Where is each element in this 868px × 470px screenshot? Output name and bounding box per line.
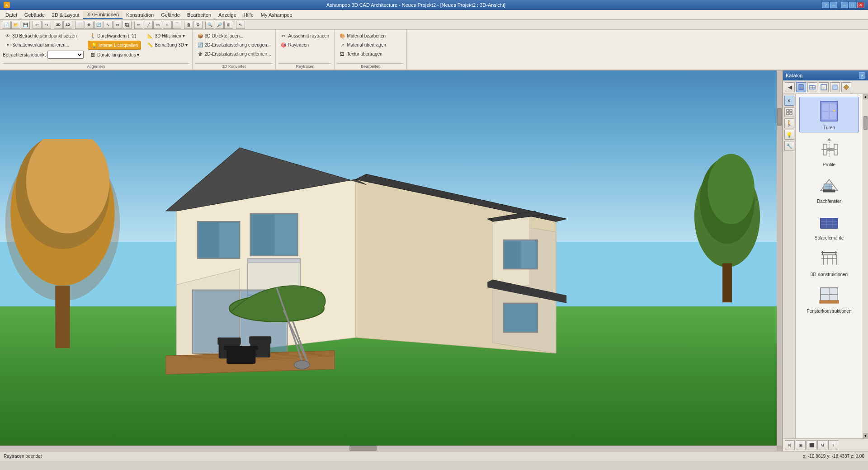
catalog-scrollbar[interactable]: ▲ ▼ <box>863 94 868 438</box>
catalog-close-btn[interactable]: ✕ <box>859 72 865 79</box>
tb-delete[interactable]: 🗑 <box>184 21 193 29</box>
btn-3dobjekte-laden[interactable]: 📦 3D Objekte laden... <box>195 32 273 40</box>
side-btn-light[interactable]: 💡 <box>784 130 794 140</box>
tb-3d[interactable]: 3D <box>63 21 72 29</box>
catalog-item-tueren[interactable]: Türen <box>799 97 859 132</box>
cat-bottom-btn1[interactable]: K <box>785 440 795 450</box>
ribbon: 👁 3D Betrachterstandpunkt setzen ☀ Schat… <box>0 30 868 70</box>
cat-bottom-btn5[interactable]: T <box>828 440 838 450</box>
tb-mirror[interactable]: ⇔ <box>113 21 122 29</box>
btn-2d-ersatz-erzeugen[interactable]: 🔄 2D-Ersatzdarstellung erzeugen... <box>195 41 273 49</box>
catalog-item-solarelemente[interactable]: Solarelemente <box>799 207 859 242</box>
maximize-btn[interactable]: □ <box>849 2 856 8</box>
status-coords: x: -10.9619 y: -18.4337 z: 0.00 <box>803 454 864 459</box>
catalog-item-fensterkonstruktionen[interactable]: Fensterkonstruktionen <box>799 281 859 315</box>
side-btn-grid[interactable] <box>784 107 794 117</box>
tb-circle[interactable]: ○ <box>163 21 172 29</box>
tb-redo[interactable]: ↪ <box>42 21 51 29</box>
h-scrollbar[interactable] <box>0 446 777 451</box>
btn-darstellungsmodus[interactable]: 🖼 Darstellungsmodus ▾ <box>88 51 141 59</box>
menu-anzeige[interactable]: Anzeige <box>215 11 240 19</box>
ribbon-group-3dkonverter: 📦 3D Objekte laden... 🔄 2D-Ersatzdarstel… <box>193 30 276 70</box>
tb-line[interactable]: ╱ <box>144 21 153 29</box>
tb-properties[interactable]: ⚙ <box>193 21 203 29</box>
tb-save[interactable]: 💾 <box>21 21 30 29</box>
v-scrollbar-thumb[interactable] <box>777 108 782 126</box>
tb-scale[interactable]: ⤡ <box>104 21 113 29</box>
minimize-btn[interactable]: ─ <box>841 2 848 8</box>
cat-cat5-btn[interactable] <box>841 82 851 92</box>
btn-ausschnitt-raytracen[interactable]: ✂ Ausschnitt raytracen <box>278 32 331 40</box>
tb-open[interactable]: 📂 <box>11 21 20 29</box>
h-scrollbar-thumb[interactable] <box>349 446 377 451</box>
btn-textur-uebertragen[interactable]: 🖼 Textur übertragen <box>337 50 388 58</box>
btn-interne-lichtquellen[interactable]: 💡 Interne Lichtquellen <box>88 41 141 50</box>
menu-gelaende[interactable]: Gelände <box>157 11 184 19</box>
cat-bottom-btn4[interactable]: M <box>817 440 827 450</box>
catalog-scroll-up[interactable]: ▲ <box>863 94 868 99</box>
catalog-scroll-down[interactable]: ▼ <box>863 433 868 438</box>
cat-windows-btn[interactable] <box>807 82 817 92</box>
tb-draw[interactable]: ✏ <box>134 21 143 29</box>
tb-2d[interactable]: 2D <box>54 21 63 29</box>
btn-betrachterstandpunkt-setzen[interactable]: 👁 3D Betrachterstandpunkt setzen <box>3 32 84 40</box>
menu-myashampoo[interactable]: My Ashampoo <box>257 11 296 19</box>
tb-cursor[interactable]: ↖ <box>236 21 245 29</box>
catalog-item-dachfenster[interactable]: Dachfenster <box>799 171 859 206</box>
betrachterstandpunkt-select[interactable] <box>47 51 84 59</box>
tb-move[interactable]: ✥ <box>85 21 94 29</box>
2d-ersatz-entfernen-icon: 🗑 <box>197 51 203 57</box>
tb-zoom-all[interactable]: ⊞ <box>224 21 233 29</box>
betrachterstandpunkt-label: 3D Betrachterstandpunkt setzen <box>12 33 77 38</box>
btn-bemasssung-3d[interactable]: 📏 Bemaßung 3D ▾ <box>145 41 189 49</box>
menu-3dfunktionen[interactable]: 3D Funktionen <box>83 11 123 19</box>
3dobjekte-label: 3D Objekte laden... <box>205 33 244 38</box>
tb-rect[interactable]: ▭ <box>153 21 162 29</box>
viewport[interactable] <box>0 70 782 451</box>
ribbon-group-raytracen-content: ✂ Ausschnitt raytracen 🎯 Raytracen <box>278 32 331 62</box>
tb-zoom-in[interactable]: 🔍 <box>205 21 214 29</box>
minimize-ribbon-btn[interactable]: ─ <box>830 2 837 8</box>
tb-new[interactable]: 📄 <box>2 21 11 29</box>
cat-doors-btn[interactable] <box>796 82 806 92</box>
tb-rotate[interactable]: 🔄 <box>94 21 103 29</box>
side-btn-tools[interactable]: 🔧 <box>784 141 794 151</box>
btn-durchwandern[interactable]: 🚶 Durchwandern (F2) <box>88 32 141 40</box>
tb-zoom-out[interactable]: 🔎 <box>215 21 224 29</box>
btn-raytracen[interactable]: 🎯 Raytracen <box>278 41 331 49</box>
side-btn-k[interactable]: K <box>784 96 794 106</box>
btn-schattenverlauf[interactable]: ☀ Schattenverlauf simulieren... <box>3 41 84 49</box>
tb-select[interactable]: ⬜ <box>75 21 84 29</box>
menu-hilfe[interactable]: Hilfe <box>240 11 257 19</box>
side-btn-person[interactable]: 🚶 <box>784 118 794 128</box>
tb-arc[interactable]: ⌒ <box>172 21 181 29</box>
btn-hilfslinien-3d[interactable]: 📐 3D Hilfslinien ▾ <box>145 32 189 40</box>
catalog-item-profile[interactable]: Profile <box>799 134 859 169</box>
v-scrollbar[interactable] <box>777 70 782 446</box>
svg-rect-61 <box>821 85 826 90</box>
menu-bearbeiten[interactable]: Bearbeiten <box>184 11 215 19</box>
btn-material-bearbeiten[interactable]: 🎨 Material bearbeiten <box>337 32 388 40</box>
cat-bottom-btn2[interactable]: ▣ <box>796 440 806 450</box>
tb-undo[interactable]: ↩ <box>33 21 42 29</box>
svg-rect-102 <box>820 301 839 303</box>
ribbon-group-raytracen-label: Raytracen <box>278 63 331 69</box>
btn-material-uebertragen[interactable]: ↗ Material übertragen <box>337 41 388 49</box>
material-uebertragen-icon: ↗ <box>339 42 345 48</box>
cat-cat4-btn[interactable] <box>830 82 840 92</box>
catalog-item-3dkonstruktionen[interactable]: 3D Konstruktionen <box>799 244 859 279</box>
menu-datei[interactable]: Datei <box>2 11 21 19</box>
svg-rect-80 <box>823 190 835 192</box>
help-btn[interactable]: ? <box>822 2 829 8</box>
menu-konstruktion[interactable]: Konstruktion <box>123 11 157 19</box>
window-controls[interactable]: ? ─ ─ □ ✕ <box>822 2 864 8</box>
cat-cat3-btn[interactable] <box>819 82 829 92</box>
cat-back-btn[interactable]: ◀ <box>785 82 795 92</box>
catalog-scroll-thumb[interactable] <box>863 116 868 130</box>
btn-2d-ersatz-entfernen[interactable]: 🗑 2D-Ersatzdarstellung entfernen... <box>195 50 273 58</box>
tb-copy[interactable]: ⿻ <box>123 21 132 29</box>
menu-gebaeude[interactable]: Gebäude <box>21 11 48 19</box>
cat-bottom-btn3[interactable]: ⬛ <box>807 440 816 450</box>
close-btn[interactable]: ✕ <box>857 2 864 8</box>
menu-layout[interactable]: 2D & Layout <box>48 11 83 19</box>
